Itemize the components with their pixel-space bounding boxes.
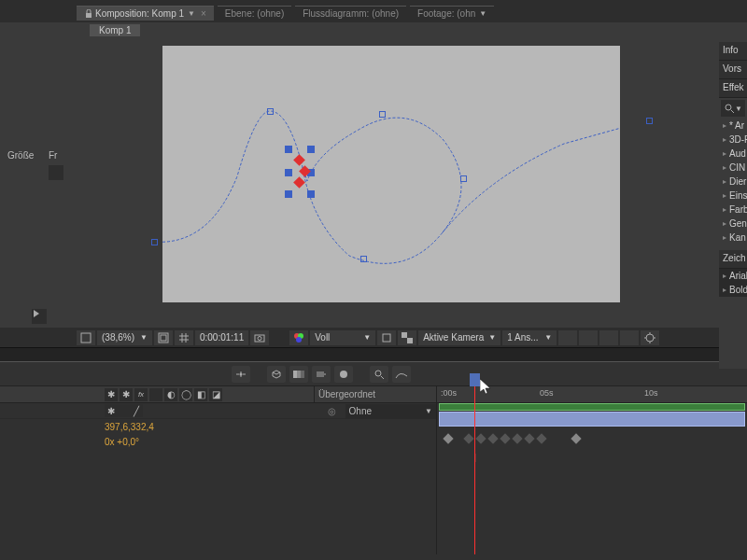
effect-category[interactable]: * Ar	[719, 119, 747, 133]
snapshot-button[interactable]	[250, 330, 269, 345]
keyframe-point[interactable]	[379, 111, 386, 118]
svg-point-7	[258, 336, 261, 340]
selection-handle[interactable]	[307, 146, 315, 153]
safe-zones-button[interactable]	[154, 330, 173, 345]
timeline-track-area[interactable]: :00s 05s 10s I	[437, 386, 747, 554]
keyframe-icon[interactable]	[512, 433, 522, 443]
viewer-toolbar: (38,6%)▼ 0:00:01:11 Voll▼ Aktive Kamera▼…	[0, 328, 747, 347]
effect-category[interactable]: Eins	[719, 189, 747, 203]
pixel-aspect-button[interactable]	[558, 330, 577, 345]
comp-mini-flowchart-button[interactable]	[232, 366, 250, 383]
panel-effects[interactable]: Effek	[719, 79, 747, 98]
lock-icon	[84, 9, 93, 19]
font-weight[interactable]: Bold	[719, 283, 747, 297]
effect-category[interactable]: Dier	[719, 175, 747, 189]
channel-button[interactable]	[289, 330, 308, 345]
tab-flowchart[interactable]: Flussdiagramm: (ohne)	[295, 6, 406, 21]
keyframe-icon[interactable]	[500, 433, 510, 443]
adjustment-switch-icon[interactable]: ◯	[179, 388, 192, 401]
3d-switch-icon[interactable]: ◧	[194, 388, 207, 401]
collapse-toggle[interactable]	[118, 404, 131, 417]
selection-handle[interactable]	[307, 190, 315, 198]
keyframe-icon[interactable]	[463, 433, 473, 443]
graph-editor-button[interactable]	[392, 366, 411, 383]
parent-dropdown[interactable]: Ohne▼	[345, 404, 436, 418]
switches-row: ✱ ✱ fx ◐ ◯ ◧ ◪ Übergeordnet	[0, 386, 436, 403]
graph-editor-search[interactable]	[370, 366, 388, 383]
roi-button[interactable]	[377, 330, 396, 345]
shy-toggle[interactable]: ✱	[105, 404, 118, 417]
panel-info[interactable]: Info	[719, 42, 747, 61]
collapse-switch-icon[interactable]: ✱	[120, 388, 133, 401]
effect-category[interactable]: Kan	[719, 231, 747, 245]
keyframe-icon[interactable]	[524, 433, 534, 443]
panel-character[interactable]: Zeich	[719, 250, 747, 269]
effect-category[interactable]: CIN	[719, 161, 747, 175]
transparency-grid-button[interactable]	[398, 330, 416, 345]
frame-blend-button[interactable]	[289, 366, 308, 383]
motion-blur-button[interactable]	[312, 366, 331, 383]
effect-category[interactable]: Aud	[719, 147, 747, 161]
motion-blur-switch-icon[interactable]: ◐	[164, 388, 177, 401]
tab-footage[interactable]: Footage: (ohn▼	[410, 6, 494, 21]
keyframe-point[interactable]	[360, 256, 367, 262]
tab-layer[interactable]: Ebene: (ohne)	[218, 6, 291, 21]
selection-handle[interactable]	[285, 169, 292, 176]
keyframe-icon[interactable]	[475, 433, 486, 443]
panel-preview[interactable]: Vors	[719, 61, 747, 79]
flowchart-button[interactable]	[620, 330, 639, 345]
keyframe-point[interactable]	[267, 108, 274, 115]
keyframe-point[interactable]	[646, 118, 653, 124]
svg-point-20	[375, 371, 381, 376]
selection-handle[interactable]	[285, 190, 292, 198]
draft-3d-button[interactable]	[267, 366, 286, 383]
keyframe-icon[interactable]	[443, 433, 453, 443]
effect-category[interactable]: Gen	[719, 217, 747, 231]
tab-composition[interactable]: Komposition: Komp 1 ▼ ×	[77, 6, 214, 21]
selection-handle[interactable]	[285, 146, 292, 153]
close-icon[interactable]: ×	[201, 8, 206, 19]
effect-category[interactable]: 3D-F	[719, 133, 747, 147]
composition-viewer[interactable]: Größe Fr Info Vors Effek ▼ * Ar 3D-F Aud…	[0, 38, 747, 328]
exposure-button[interactable]	[641, 330, 659, 345]
fx-switch-icon[interactable]: fx	[134, 388, 148, 401]
keyframe-point[interactable]	[151, 239, 158, 245]
timecode-display[interactable]: 0:00:01:11	[195, 330, 248, 345]
chevron-down-icon[interactable]: ▼	[188, 9, 195, 18]
rotation-property[interactable]: 0x +0,0°	[0, 434, 436, 449]
work-area[interactable]	[439, 403, 745, 411]
keyframe-point[interactable]	[460, 175, 467, 182]
motion-path[interactable]	[162, 46, 620, 302]
timeline-button[interactable]	[599, 330, 618, 345]
keyframe-icon[interactable]	[487, 433, 498, 443]
brainstorm-button[interactable]	[334, 366, 353, 383]
chevron-down-icon[interactable]: ▼	[479, 9, 486, 18]
frame-blend-switch-icon[interactable]	[149, 388, 162, 401]
grid-button[interactable]	[175, 330, 193, 345]
keyframe-icon[interactable]	[536, 433, 546, 443]
fast-previews-button[interactable]	[579, 330, 598, 345]
font-family[interactable]: Arial	[719, 269, 747, 283]
interpret-button[interactable]	[49, 165, 63, 180]
effect-category[interactable]: Farb	[719, 203, 747, 217]
views-dropdown[interactable]: 1 Ans...▼	[502, 330, 557, 345]
effects-search[interactable]: ▼	[721, 100, 745, 117]
parent-spiral-icon[interactable]: ◎	[328, 406, 336, 416]
quality-toggle[interactable]: ╱	[130, 404, 143, 417]
resolution-dropdown[interactable]: Voll▼	[310, 330, 375, 345]
toggle-alpha-button[interactable]	[77, 330, 95, 345]
current-time-indicator[interactable]	[474, 386, 475, 554]
mouse-cursor	[480, 379, 491, 396]
layer-row[interactable]: ✱ ╱ ◎ Ohne▼	[0, 403, 436, 419]
comp-canvas[interactable]	[162, 46, 620, 302]
zoom-dropdown[interactable]: (38,6%)▼	[97, 330, 152, 345]
layer-bar[interactable]	[439, 412, 745, 427]
play-icon[interactable]	[32, 309, 47, 324]
cube-switch-icon[interactable]: ◪	[209, 388, 222, 401]
position-property[interactable]: 397,6,332,4	[0, 419, 436, 434]
breadcrumb-item[interactable]: Komp 1	[90, 24, 140, 36]
camera-dropdown[interactable]: Aktive Kamera▼	[418, 330, 500, 345]
cti-head[interactable]	[470, 373, 480, 386]
keyframe-icon[interactable]	[571, 433, 581, 443]
shy-switch-icon[interactable]: ✱	[105, 388, 118, 401]
